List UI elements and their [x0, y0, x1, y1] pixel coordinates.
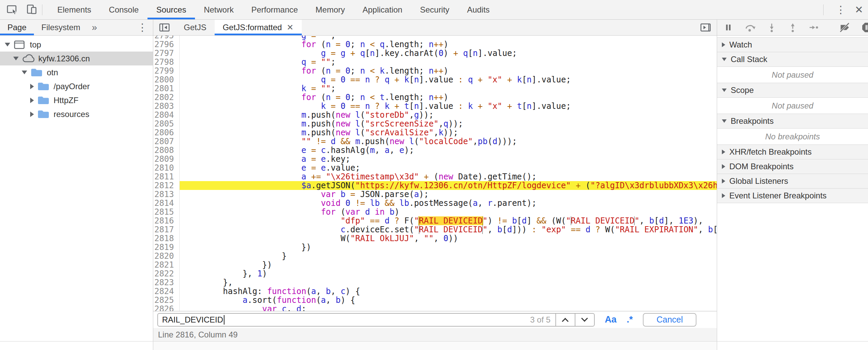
tree-item-kyfw-12306-cn[interactable]: kyfw.12306.cn [0, 52, 153, 65]
code-line-2795[interactable]: 2795 g = ""; [153, 36, 717, 40]
code-line-2807[interactable]: 2807 "" != d && m.push(new l("localCode"… [153, 137, 717, 146]
tree-item-payorder[interactable]: /payOrder [0, 79, 153, 93]
step-over-icon[interactable] [744, 21, 756, 34]
code-line-2799[interactable]: 2799 for (n = 0; n < k.length; n++) [153, 66, 717, 75]
navigator-more-kebab-icon[interactable]: ⋮ [137, 20, 153, 35]
code-line-2817[interactable]: 2817 c.deviceEc.set("RAIL_DEVICEID", b[d… [153, 225, 717, 234]
code-line-2806[interactable]: 2806 m.push(new l("scrAvailSize",k)); [153, 128, 717, 137]
line-number[interactable]: 2804 [153, 111, 180, 119]
main-tab-memory[interactable]: Memory [307, 0, 354, 19]
code-line-2800[interactable]: 2800 q = 0 == n ? q + k[n].value : q + "… [153, 75, 717, 84]
line-number[interactable]: 2802 [153, 93, 180, 102]
code-line-2802[interactable]: 2802 for (n = 0; n < t.length; n++) [153, 93, 717, 102]
expanded-arrow-icon[interactable] [5, 43, 10, 46]
tree-item-resources[interactable]: resources [0, 107, 153, 121]
code-line-2823[interactable]: 2823 }, [153, 278, 717, 287]
more-options-kebab-icon[interactable]: ⋮ [836, 5, 846, 15]
navigator-overflow-chevron-icon[interactable]: » [88, 20, 101, 35]
step-out-icon[interactable] [787, 22, 798, 33]
navigator-tab-page[interactable]: Page [0, 20, 34, 35]
line-number[interactable]: 2821 [153, 260, 180, 269]
step-icon[interactable] [808, 22, 820, 33]
line-number[interactable]: 2814 [153, 199, 180, 208]
tree-item-httpzf[interactable]: HttpZF [0, 93, 153, 107]
editor-tab-getjs-formatted[interactable]: GetJS:formatted ✕ [215, 20, 302, 35]
code-line-2815[interactable]: 2815 for (var d in b) [153, 208, 717, 216]
line-number[interactable]: 2798 [153, 58, 180, 66]
line-number[interactable]: 2800 [153, 75, 180, 84]
collapsed-arrow-icon[interactable] [30, 84, 34, 89]
search-previous-button[interactable] [555, 314, 575, 326]
line-number[interactable]: 2818 [153, 234, 180, 243]
code-line-2798[interactable]: 2798 q = ""; [153, 58, 717, 66]
pause-script-icon[interactable] [723, 22, 734, 33]
line-number[interactable]: 2803 [153, 102, 180, 111]
line-number[interactable]: 2799 [153, 66, 180, 75]
line-number[interactable]: 2801 [153, 84, 180, 93]
collapsed-arrow-icon[interactable] [30, 98, 34, 103]
line-number[interactable]: 2797 [153, 49, 180, 58]
line-number[interactable]: 2811 [153, 172, 180, 181]
line-number[interactable]: 2810 [153, 163, 180, 172]
code-line-2796[interactable]: 2796 for (n = 0; n < q.length; n++) [153, 40, 717, 49]
code-line-2808[interactable]: 2808 e = c.hashAlg(m, a, e); [153, 146, 717, 155]
line-number[interactable]: 2820 [153, 252, 180, 260]
code-line-2797[interactable]: 2797 g = g + q[n].key.charAt(0) + q[n].v… [153, 49, 717, 58]
line-number[interactable]: 2819 [153, 243, 180, 252]
collapsed-arrow-icon[interactable] [30, 112, 34, 117]
pause-on-exceptions-icon[interactable] [861, 21, 868, 34]
code-line-2824[interactable]: 2824 hashAlg: function(a, b, c) { [153, 287, 717, 296]
editor-tab-getjs[interactable]: GetJS [176, 20, 215, 35]
close-devtools-icon[interactable]: ✕ [855, 5, 863, 15]
section-header-xhr-fetch-breakpoints[interactable]: XHR/fetch Breakpoints [717, 145, 868, 159]
cancel-search-button[interactable]: Cancel [643, 313, 696, 327]
code-line-2821[interactable]: 2821 }) [153, 260, 717, 269]
code-line-2801[interactable]: 2801 k = ""; [153, 84, 717, 93]
main-tab-performance[interactable]: Performance [242, 0, 307, 19]
line-number[interactable]: 2826 [153, 305, 180, 311]
step-into-icon[interactable] [766, 22, 777, 33]
section-header-scope[interactable]: Scope [717, 83, 868, 98]
line-number[interactable]: 2809 [153, 155, 180, 163]
main-tab-network[interactable]: Network [195, 0, 242, 19]
line-number[interactable]: 2796 [153, 40, 180, 49]
line-number[interactable]: 2816 [153, 216, 180, 225]
search-next-button[interactable] [575, 314, 594, 326]
code-line-2810[interactable]: 2810 e = e.value; [153, 163, 717, 172]
main-tab-elements[interactable]: Elements [48, 0, 100, 19]
main-tab-audits[interactable]: Audits [458, 0, 498, 19]
tree-item-otn[interactable]: otn [0, 65, 153, 79]
code-line-2805[interactable]: 2805 m.push(new l("srcScreenSize",q)); [153, 119, 717, 128]
code-line-2813[interactable]: 2813 var b = JSON.parse(a); [153, 190, 717, 199]
section-header-dom-breakpoints[interactable]: DOM Breakpoints [717, 159, 868, 174]
inspect-element-icon[interactable] [5, 3, 19, 17]
line-number[interactable]: 2808 [153, 146, 180, 155]
navigator-tab-filesystem[interactable]: Filesystem [34, 20, 88, 35]
tree-item-top[interactable]: top [0, 38, 153, 52]
main-tab-console[interactable]: Console [100, 0, 147, 19]
deactivate-breakpoints-icon[interactable] [839, 21, 851, 34]
section-header-global-listeners[interactable]: Global Listeners [717, 174, 868, 189]
main-tab-sources[interactable]: Sources [147, 0, 195, 19]
line-number[interactable]: 2813 [153, 190, 180, 199]
line-number[interactable]: 2806 [153, 128, 180, 137]
line-number[interactable]: 2812 [153, 181, 180, 190]
code-line-2809[interactable]: 2809 a = e.key; [153, 155, 717, 163]
section-header-watch[interactable]: Watch [717, 38, 868, 52]
section-header-breakpoints[interactable]: Breakpoints [717, 114, 868, 129]
code-line-2825[interactable]: 2825 a.sort(function(a, b) { [153, 296, 717, 305]
line-number[interactable]: 2807 [153, 137, 180, 146]
expanded-arrow-icon[interactable] [22, 71, 27, 74]
code-line-2804[interactable]: 2804 m.push(new l("storeDb",g)); [153, 111, 717, 119]
code-line-2812[interactable]: 2812 $a.getJSON("https://kyfw.12306.cn/o… [153, 181, 717, 190]
line-number[interactable]: 2815 [153, 208, 180, 216]
code-line-2811[interactable]: 2811 a += "\x26timestamp\x3d" + (new Dat… [153, 172, 717, 181]
section-header-call-stack[interactable]: Call Stack [717, 52, 868, 67]
line-number[interactable]: 2825 [153, 296, 180, 305]
line-number[interactable]: 2822 [153, 269, 180, 278]
hide-navigator-panel-icon[interactable] [153, 20, 176, 35]
code-line-2822[interactable]: 2822 }, 1) [153, 269, 717, 278]
device-toolbar-icon[interactable] [25, 3, 39, 17]
code-line-2818[interactable]: 2818 W("RAIL_OkLJUJ", "", 0)) [153, 234, 717, 243]
match-case-toggle[interactable]: Aa [605, 314, 617, 325]
